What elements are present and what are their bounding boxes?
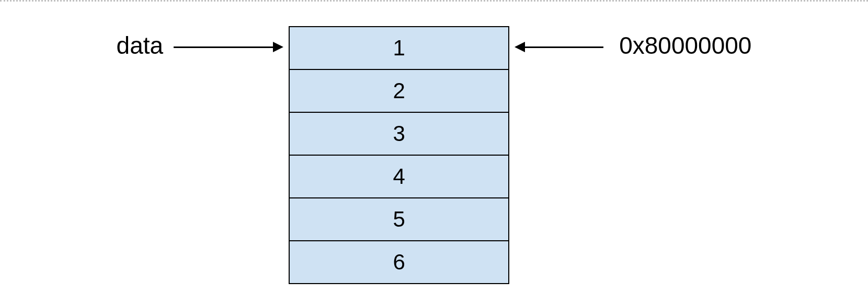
table-row: 6	[289, 241, 509, 284]
memory-array-table: 1 2 3 4 5 6	[289, 26, 509, 284]
memory-cell-5: 5	[289, 198, 509, 241]
memory-cell-3: 3	[289, 112, 509, 155]
memory-cell-6: 6	[289, 241, 509, 284]
diagram-container: data 1 2 3 4 5 6 0x80000000	[0, 26, 868, 284]
table-row: 4	[289, 155, 509, 198]
data-label: data	[117, 31, 164, 60]
table-row: 1	[289, 27, 509, 69]
table-row: 5	[289, 198, 509, 241]
table-row: 3	[289, 112, 509, 155]
memory-cell-4: 4	[289, 155, 509, 198]
arrow-left-icon	[515, 42, 603, 52]
memory-cell-2: 2	[289, 69, 509, 112]
arrow-right-icon	[174, 42, 283, 52]
dotted-separator	[0, 0, 868, 2]
table-row: 2	[289, 69, 509, 112]
address-label: 0x80000000	[619, 31, 751, 60]
memory-cell-1: 1	[289, 27, 509, 69]
